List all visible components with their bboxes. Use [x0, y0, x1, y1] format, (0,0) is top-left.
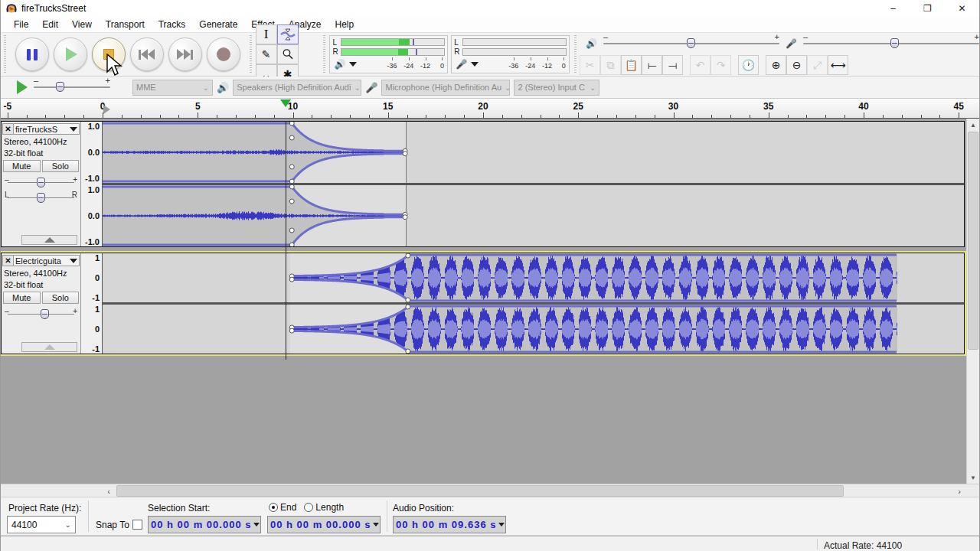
track-collapse-button[interactable]	[21, 342, 77, 352]
track-close-button[interactable]: ✕	[2, 255, 14, 266]
restore-button[interactable]: ❐	[910, 0, 945, 17]
play-at-speed-button[interactable]	[17, 80, 28, 94]
track-close-button[interactable]: ✕	[2, 123, 14, 135]
input-channels-select[interactable]: 2 (Stereo) Input C⌄	[514, 80, 599, 96]
waveform-channel-left[interactable]	[103, 253, 964, 302]
selection-start-field[interactable]: 00 h 00 m 00.000 s	[148, 516, 261, 533]
output-volume-slider[interactable]: –+	[603, 37, 779, 50]
vertical-scrollbar[interactable]: ▲ ▼	[966, 119, 979, 484]
recording-meter[interactable]: LR🎤-36-24-120	[451, 35, 570, 73]
waveform-display[interactable]	[103, 122, 964, 246]
chevron-down-icon[interactable]	[498, 523, 505, 527]
sync-lock-button[interactable]: 🕐	[738, 55, 759, 75]
project-rate-select[interactable]: 44100⌄	[7, 516, 76, 533]
transport-toolbar-grip[interactable]	[2, 35, 8, 73]
track-name-menu[interactable]: fireTrucksS	[14, 123, 80, 135]
waveform-channel-left[interactable]	[103, 122, 964, 183]
track-collapse-button[interactable]	[21, 235, 77, 245]
menu-item-transport[interactable]: Transport	[99, 18, 152, 31]
track-name-menu[interactable]: Electricguita	[14, 255, 80, 266]
snap-to-checkbox[interactable]	[132, 520, 142, 530]
zoom-out-button[interactable]: ⊖	[786, 55, 807, 75]
input-volume-thumb[interactable]	[890, 38, 899, 48]
menu-item-help[interactable]: Help	[328, 18, 361, 31]
audio-position-field[interactable]: 00 h 00 m 09.636 s	[393, 516, 506, 533]
fit-selection-button[interactable]: ⤢	[807, 55, 828, 75]
chevron-down-icon: ⌄	[200, 83, 209, 92]
scroll-down-icon[interactable]: ▼	[967, 471, 979, 484]
pause-button[interactable]	[15, 37, 49, 71]
playhead-triangle-icon[interactable]	[280, 99, 291, 107]
chevron-down-icon[interactable]	[253, 523, 260, 527]
selection-end-field[interactable]: 00 h 00 m 00.000 s	[267, 516, 381, 533]
silence-audio-button[interactable]: ⟞	[662, 55, 683, 75]
play-button[interactable]	[54, 37, 87, 71]
pan-slider[interactable]: LR	[8, 192, 74, 203]
solo-button[interactable]: Solo	[42, 292, 80, 304]
gain-slider[interactable]: –+	[8, 308, 74, 319]
record-button[interactable]	[207, 37, 240, 71]
actual-rate-text: Actual Rate: 44100	[824, 540, 902, 551]
cut-button[interactable]: ✂	[580, 55, 600, 75]
playback-speed-slider[interactable]: –+	[34, 81, 110, 93]
ruler-label: 45	[954, 101, 964, 112]
minimize-button[interactable]: –	[876, 0, 910, 17]
audio-host-select[interactable]: MME⌄	[132, 80, 213, 96]
input-volume-slider[interactable]: –+	[803, 37, 979, 50]
output-device-select[interactable]: Speakers (High Definition Audi⌄	[233, 80, 361, 96]
output-volume-thumb[interactable]	[687, 38, 695, 48]
selection-tool-button[interactable]: I	[256, 24, 277, 44]
mixer-toolbar-grip[interactable]	[573, 35, 578, 73]
vertical-scroll-thumb[interactable]	[968, 132, 978, 350]
playback-speed-thumb[interactable]	[56, 82, 64, 92]
fit-project-button[interactable]: ⟷	[828, 55, 848, 75]
waveform-channel-right[interactable]	[103, 185, 964, 246]
tools-toolbar-grip[interactable]	[248, 35, 253, 73]
redo-button[interactable]: ↷	[710, 55, 731, 75]
paste-button[interactable]: 📋	[621, 55, 642, 75]
menu-item-tracks[interactable]: Tracks	[152, 18, 193, 31]
zoom-in-button[interactable]: ⊕	[766, 55, 786, 75]
timeline-ruler[interactable]: -5051015202530354045	[1, 99, 979, 119]
vertical-scale-ruler[interactable]: 1.00.0-1.01.00.0-1.0	[81, 122, 103, 246]
waveform-channel-right[interactable]	[103, 305, 964, 354]
chevron-down-icon[interactable]	[373, 523, 379, 527]
mute-button[interactable]: Mute	[3, 292, 41, 304]
meter-toolbar-grip[interactable]	[322, 35, 327, 73]
vertical-scale-ruler[interactable]: 10-110-1	[81, 253, 103, 354]
menu-item-generate[interactable]: Generate	[192, 18, 244, 31]
menu-item-file[interactable]: File	[7, 18, 35, 31]
gain-slider[interactable]: –+	[8, 177, 74, 187]
horizontal-scroll-thumb[interactable]	[116, 485, 844, 497]
rewind-button[interactable]	[130, 37, 164, 71]
mute-button[interactable]: Mute	[3, 160, 41, 172]
waveform-display[interactable]	[103, 253, 964, 354]
end-radio[interactable]: End	[269, 502, 296, 513]
scroll-right-icon[interactable]: ›	[953, 484, 965, 497]
copy-button[interactable]: ⧉	[600, 55, 621, 75]
zoom-tool-button[interactable]	[277, 44, 299, 64]
audio-position-label: Audio Position:	[393, 503, 454, 514]
length-radio[interactable]: Length	[304, 502, 344, 513]
track-panel-Electricguita: ✕ElectricguitaStereo, 44100Hz32-bit floa…	[2, 253, 81, 354]
solo-button[interactable]: Solo	[42, 160, 80, 172]
close-button[interactable]: ✕	[945, 0, 979, 17]
chevron-down-icon: ⌄	[501, 83, 510, 92]
forward-button[interactable]	[168, 37, 202, 71]
pan-thumb[interactable]	[37, 193, 45, 203]
draw-tool-button[interactable]: ✎	[256, 44, 277, 64]
undo-button[interactable]: ↶	[690, 55, 710, 75]
trim-audio-button[interactable]: ⟝	[642, 55, 662, 75]
scroll-up-icon[interactable]: ▲	[967, 119, 979, 131]
envelope-tool-button[interactable]	[277, 24, 299, 44]
gain-thumb[interactable]	[37, 178, 45, 187]
chevron-down-icon[interactable]	[349, 62, 357, 67]
chevron-down-icon[interactable]	[471, 62, 479, 67]
scroll-left-icon[interactable]: ‹	[103, 484, 115, 497]
menu-item-edit[interactable]: Edit	[35, 18, 65, 31]
input-device-select[interactable]: Microphone (High Definition Au⌄	[381, 80, 510, 96]
playback-meter[interactable]: LR🔊-36-24-120	[329, 35, 448, 73]
menu-item-view[interactable]: View	[65, 18, 99, 31]
horizontal-scrollbar[interactable]: ‹ ›	[1, 484, 979, 497]
gain-thumb[interactable]	[41, 309, 49, 319]
